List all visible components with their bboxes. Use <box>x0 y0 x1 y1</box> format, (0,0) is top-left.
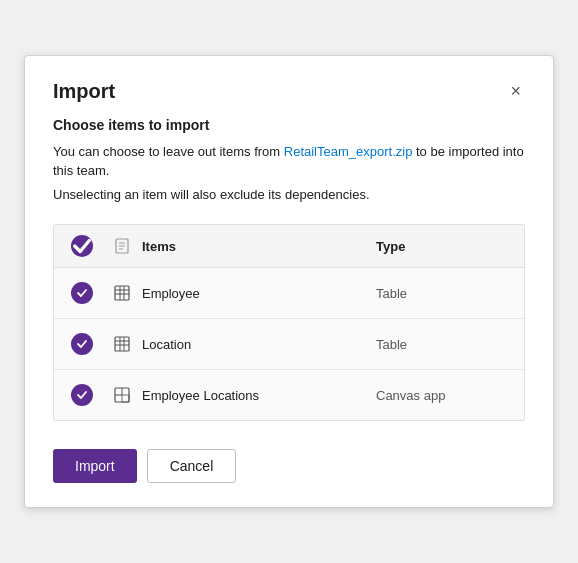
subtitle-note: Unselecting an item will also exclude it… <box>53 185 525 205</box>
row3-type: Canvas app <box>376 388 516 403</box>
row1-check[interactable] <box>62 282 102 304</box>
header-check-cell[interactable] <box>62 235 102 257</box>
import-dialog: Import × Choose items to import You can … <box>24 55 554 509</box>
close-button[interactable]: × <box>506 80 525 102</box>
choose-items-heading: Choose items to import <box>53 115 525 136</box>
row3-check[interactable] <box>62 384 102 406</box>
svg-rect-9 <box>115 337 129 351</box>
row3-name: Employee Locations <box>142 388 376 403</box>
row2-check[interactable] <box>62 333 102 355</box>
table-header: Items Type <box>54 225 524 268</box>
row1-type: Table <box>376 286 516 301</box>
row1-name: Employee <box>142 286 376 301</box>
row2-type: Table <box>376 337 516 352</box>
dialog-header: Import × <box>53 80 525 103</box>
row1-check-icon <box>71 282 93 304</box>
row2-check-icon <box>71 333 93 355</box>
dialog-footer: Import Cancel <box>53 449 525 483</box>
row1-type-icon <box>102 284 142 302</box>
header-icon-cell <box>102 237 142 255</box>
row3-type-icon <box>102 386 142 404</box>
table-row: Employee Table <box>54 268 524 319</box>
items-column-header: Items <box>142 239 376 254</box>
cancel-button[interactable]: Cancel <box>147 449 237 483</box>
table-row: Location Table <box>54 319 524 370</box>
import-button[interactable]: Import <box>53 449 137 483</box>
file-link: RetailTeam_export.zip <box>284 144 413 159</box>
table-row: Employee Locations Canvas app <box>54 370 524 420</box>
dialog-title: Import <box>53 80 115 103</box>
subtitle-section: Choose items to import You can choose to… <box>53 115 525 205</box>
svg-rect-17 <box>122 395 129 402</box>
subtitle-description: You can choose to leave out items from R… <box>53 142 525 181</box>
row3-check-icon <box>71 384 93 406</box>
items-table: Items Type Employe <box>53 224 525 421</box>
type-column-header: Type <box>376 239 516 254</box>
row2-name: Location <box>142 337 376 352</box>
header-check-icon <box>71 235 93 257</box>
subtitle-text1: You can choose to leave out items from <box>53 144 284 159</box>
svg-rect-4 <box>115 286 129 300</box>
row2-type-icon <box>102 335 142 353</box>
